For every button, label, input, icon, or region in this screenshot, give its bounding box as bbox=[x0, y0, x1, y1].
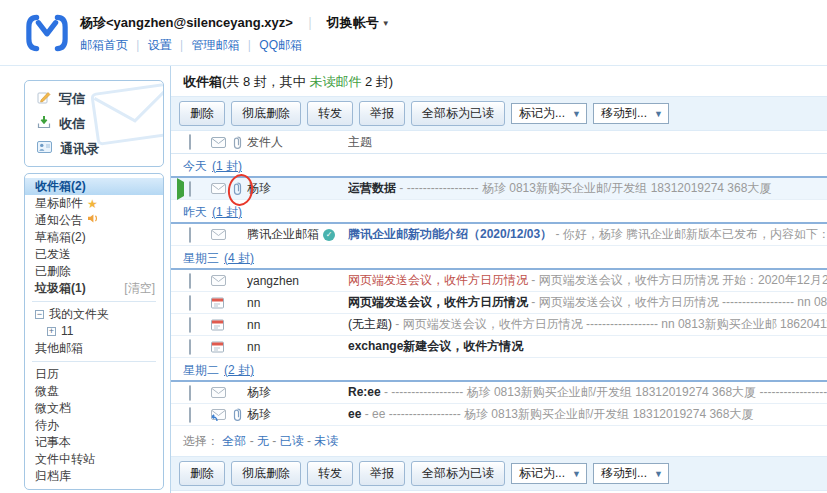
collapse-toggle-icon[interactable] bbox=[35, 310, 44, 319]
attachment-column-icon bbox=[233, 136, 247, 149]
read-envelope-icon bbox=[211, 183, 233, 194]
inbox-title-count: (共 8 封，其中 bbox=[222, 74, 309, 89]
mail-snippet: - ------------------ 杨珍 0813新购买企业邮/开发组 1… bbox=[381, 385, 827, 399]
app-label: 待办 bbox=[35, 417, 59, 434]
paperclip-icon bbox=[233, 182, 247, 195]
delete-button[interactable]: 删除 bbox=[179, 461, 225, 486]
forward-button[interactable]: 转发 bbox=[307, 461, 353, 486]
sidebar-item-contacts[interactable]: 通讯录 bbox=[25, 136, 163, 161]
group-count-link[interactable]: (1 封) bbox=[212, 158, 242, 175]
mark-as-dropdown[interactable]: 标记为... ▼ bbox=[511, 103, 587, 124]
sidebar-item-my-folders[interactable]: 我的文件夹 bbox=[25, 306, 163, 323]
mail-row[interactable]: nn 网页端发送会议，收件方日历情况 - 网页端发送会议，收件方日历情况 ---… bbox=[171, 292, 827, 314]
empty-junk-link[interactable]: [清空] bbox=[124, 280, 155, 297]
paperclip-icon bbox=[233, 408, 247, 421]
mail-row[interactable]: 杨珍 ee - ee ------------------ 杨珍 0813新购买… bbox=[171, 404, 827, 426]
sidebar-item-archive[interactable]: 归档库 bbox=[25, 468, 163, 485]
switch-account-menu[interactable]: 切换帐号 bbox=[327, 15, 390, 30]
purge-button[interactable]: 彻底删除 bbox=[231, 101, 301, 126]
delete-button[interactable]: 删除 bbox=[179, 101, 225, 126]
row-checkbox[interactable] bbox=[189, 407, 191, 423]
nav-qqmail[interactable]: QQ邮箱 bbox=[240, 38, 302, 52]
select-all-checkbox[interactable] bbox=[189, 134, 191, 150]
folder-label: 我的文件夹 bbox=[49, 306, 109, 323]
sidebar-item-starred[interactable]: 星标邮件 ★ bbox=[25, 195, 163, 212]
row-checkbox[interactable] bbox=[189, 317, 191, 333]
nav-settings[interactable]: 设置 bbox=[128, 38, 172, 52]
mail-subject: (无主题) bbox=[348, 317, 392, 331]
mark-all-read-button[interactable]: 全部标为已读 bbox=[411, 101, 505, 126]
mail-subject: 网页端发送会议，收件方日历情况 bbox=[348, 273, 528, 287]
sidebar-item-deleted[interactable]: 已删除 bbox=[25, 263, 163, 280]
row-checkbox[interactable] bbox=[189, 227, 191, 243]
row-checkbox[interactable] bbox=[189, 339, 191, 355]
group-count-link[interactable]: (4 封) bbox=[224, 250, 254, 267]
folder-label: 垃圾箱(1) bbox=[35, 280, 86, 297]
report-button[interactable]: 举报 bbox=[359, 461, 405, 486]
purge-button[interactable]: 彻底删除 bbox=[231, 461, 301, 486]
mail-row[interactable]: yangzhen 网页端发送会议，收件方日历情况 - 网页端发送会议，收件方日历… bbox=[171, 270, 827, 292]
sidebar-item-drafts[interactable]: 草稿箱(2) bbox=[25, 229, 163, 246]
sidebar-folders-box: 收件箱(2) 星标邮件 ★ 通知公告 草稿箱(2) 已发送 已删除 bbox=[24, 173, 164, 490]
unread-count-label: 未读邮件 bbox=[309, 74, 361, 89]
mark-all-read-button[interactable]: 全部标为已读 bbox=[411, 461, 505, 486]
nav-mail-home[interactable]: 邮箱首页 bbox=[80, 38, 128, 52]
sidebar-item-inbox[interactable]: 收件箱(2) bbox=[25, 178, 163, 195]
mail-row[interactable]: 腾讯企业邮箱✓ 腾讯企业邮新功能介绍（2020/12/03） - 你好，杨珍 腾… bbox=[171, 224, 827, 246]
sidebar-item-calendar[interactable]: 日历 bbox=[25, 366, 163, 383]
sidebar-item-notes[interactable]: 记事本 bbox=[25, 434, 163, 451]
mail-subject: 网页端发送会议，收件方日历情况 bbox=[348, 295, 528, 309]
group-header-wednesday: 星期三 (4 封) bbox=[171, 249, 827, 270]
column-subject: 主题 bbox=[348, 134, 827, 151]
sidebar-divider bbox=[32, 301, 156, 302]
sidebar-item-file-transfer[interactable]: 文件中转站 bbox=[25, 451, 163, 468]
sidebar-item-receive[interactable]: 收信 bbox=[25, 111, 163, 136]
read-envelope-icon bbox=[211, 387, 233, 398]
mail-row[interactable]: 杨珍 运营数据 - ------------------ 杨珍 0813新购买企… bbox=[171, 178, 827, 200]
mail-list-panel: 收件箱(共 8 封，其中 未读邮件 2 封) 删除 彻底删除 转发 举报 全部标… bbox=[170, 66, 827, 493]
mail-sender: 杨珍 bbox=[247, 180, 271, 197]
top-header: 杨珍<yangzhen@silenceyang.xyz> ｜ 切换帐号 邮箱首页… bbox=[0, 0, 827, 66]
move-to-dropdown[interactable]: 移动到... ▼ bbox=[593, 463, 669, 484]
select-unread-link[interactable]: 未读 bbox=[304, 434, 339, 448]
sidebar-item-announcements[interactable]: 通知公告 bbox=[25, 212, 163, 229]
expand-toggle-icon[interactable] bbox=[47, 327, 56, 336]
inbox-title-folder: 收件箱 bbox=[183, 74, 222, 89]
move-to-dropdown[interactable]: 移动到... ▼ bbox=[593, 103, 669, 124]
mail-snippet: - 网页端发送会议，收件方日历情况 开始：2020年12月2日15:30 结束 bbox=[528, 273, 827, 287]
select-read-link[interactable]: 已读 bbox=[269, 434, 304, 448]
row-checkbox[interactable] bbox=[189, 295, 191, 311]
inbox-title-count-suffix: 2 封) bbox=[361, 74, 393, 89]
mail-row[interactable]: 杨珍 Re:ee - ------------------ 杨珍 0813新购买… bbox=[171, 382, 827, 404]
report-button[interactable]: 举报 bbox=[359, 101, 405, 126]
official-badge-icon: ✓ bbox=[323, 229, 335, 241]
mail-row[interactable]: nn exchange新建会议，收件方情况 bbox=[171, 336, 827, 358]
sidebar-item-compose[interactable]: 写信 bbox=[25, 86, 163, 111]
mail-snippet: - 网页端发送会议，收件方日历情况 ------------------ nn … bbox=[528, 295, 827, 309]
select-all-link[interactable]: 全部 bbox=[222, 434, 246, 448]
row-checkbox[interactable] bbox=[189, 385, 191, 401]
mail-sender: 杨珍 bbox=[247, 406, 271, 423]
row-checkbox[interactable] bbox=[189, 181, 191, 197]
select-none-link[interactable]: 无 bbox=[246, 434, 269, 448]
speaker-icon bbox=[87, 212, 99, 229]
forward-button[interactable]: 转发 bbox=[307, 101, 353, 126]
inbox-title: 收件箱(共 8 封，其中 未读邮件 2 封) bbox=[171, 66, 827, 96]
header-separator: ｜ bbox=[303, 15, 316, 30]
row-checkbox[interactable] bbox=[189, 273, 191, 289]
group-count-link[interactable]: (2 封) bbox=[224, 362, 254, 379]
nav-manage-mail[interactable]: 管理邮箱 bbox=[172, 38, 240, 52]
sidebar-item-junk[interactable]: 垃圾箱(1) [清空] bbox=[25, 280, 163, 297]
mail-sender: nn bbox=[247, 318, 260, 332]
mail-row[interactable]: nn (无主题) - 网页端发送会议，收件方日历情况 -------------… bbox=[171, 314, 827, 336]
sidebar-item-other-mailboxes[interactable]: 其他邮箱 bbox=[25, 340, 163, 357]
sidebar-item-todo[interactable]: 待办 bbox=[25, 417, 163, 434]
sidebar-item-weidoc[interactable]: 微文档 bbox=[25, 400, 163, 417]
sidebar-item-weidisk[interactable]: 微盘 bbox=[25, 383, 163, 400]
calendar-invite-icon bbox=[211, 318, 233, 331]
sidebar-item-folder-11[interactable]: 11 bbox=[25, 323, 163, 340]
group-count-link[interactable]: (1 封) bbox=[212, 204, 242, 221]
sidebar-item-sent[interactable]: 已发送 bbox=[25, 246, 163, 263]
mark-as-dropdown[interactable]: 标记为... ▼ bbox=[511, 463, 587, 484]
exmail-logo-icon bbox=[26, 14, 68, 56]
